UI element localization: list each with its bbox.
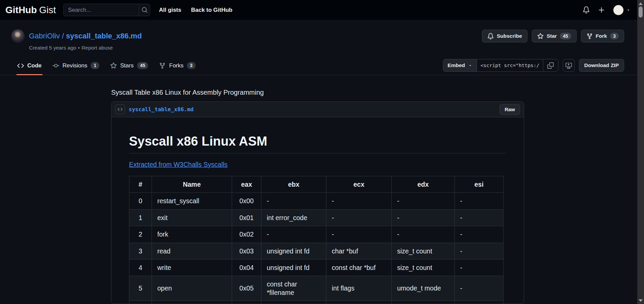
file-name-link[interactable]: syscall_table_x86.md [129, 106, 194, 113]
top-nav: GitHub Gist All gists Back to GitHub [0, 0, 644, 20]
search-input[interactable] [64, 4, 139, 16]
table-cell: - [326, 226, 392, 243]
avatar[interactable] [613, 5, 623, 15]
table-cell: int flags [326, 276, 392, 301]
star-icon [537, 33, 544, 39]
table-cell: 0x03 [232, 243, 261, 259]
star-button[interactable]: Star45 [532, 30, 577, 42]
commit-icon [53, 62, 59, 69]
table-cell: - [261, 226, 326, 243]
gist-meta: Created 5 years ago•Report abuse [29, 45, 142, 51]
nav-link-all-gists[interactable]: All gists [159, 7, 181, 13]
nav-links: All gists Back to GitHub [159, 7, 232, 13]
search-icon [141, 7, 148, 13]
table-cell: exit [152, 209, 232, 226]
bell-icon [487, 33, 494, 39]
column-header: ecx [326, 176, 392, 193]
tab-count: 3 [187, 62, 196, 69]
tab-forks[interactable]: Forks3 [158, 59, 196, 75]
create-new-button[interactable] [598, 6, 605, 14]
table-cell: write [152, 259, 232, 276]
scrollbar-up-arrow[interactable] [639, 2, 643, 5]
table-cell: const char *buf [326, 259, 392, 276]
search-button[interactable] [139, 4, 150, 16]
table-cell: read [152, 243, 232, 259]
fork-icon [586, 33, 593, 39]
table-cell: size_t count [392, 259, 455, 276]
w3challs-link[interactable]: Extracted from W3Challs Syscalls [129, 161, 228, 168]
copy-icon [547, 62, 554, 69]
notifications-button[interactable] [583, 6, 590, 13]
raw-button[interactable]: Raw [500, 104, 520, 115]
tab-label: Revisions [63, 62, 88, 69]
table-cell: unsigned int fd [261, 259, 326, 276]
nav-link-back-to-github[interactable]: Back to GitHub [191, 7, 232, 13]
toolbar-controls: Embed Download ZIP [443, 59, 624, 75]
report-abuse-link[interactable]: Report abuse [82, 45, 113, 51]
download-zip-button[interactable]: Download ZIP [579, 59, 624, 72]
tab-label: Forks [169, 62, 184, 69]
table-cell: 0x02 [232, 226, 261, 243]
table-cell [326, 301, 392, 304]
gist-author-link[interactable]: GabriOliv [29, 32, 60, 40]
table-cell: 0x00 [232, 193, 261, 209]
tab-count: 45 [137, 62, 149, 69]
plus-icon [598, 6, 605, 14]
action-count: 45 [560, 33, 571, 40]
tab-count: 1 [91, 62, 99, 69]
column-header: ebx [261, 176, 326, 193]
tab-revisions[interactable]: Revisions1 [52, 59, 100, 75]
table-header-row: #Nameeaxebxecxedxesi [129, 176, 504, 193]
table-cell: - [455, 209, 504, 226]
table-cell: 2 [129, 226, 152, 243]
markdown-heading: Syscall x86 Linux ASM [129, 134, 506, 153]
embed-label: Embed [448, 62, 465, 68]
action-count: 3 [610, 33, 619, 40]
open-in-desktop-button[interactable] [563, 59, 575, 72]
table-cell: - [326, 209, 392, 226]
gist-content: Syscall Table x86 Linux for Assembly Pro… [111, 89, 524, 304]
github-gist-logo[interactable]: GitHub Gist [5, 5, 56, 16]
fork-icon [159, 62, 166, 69]
file-header: syscall_table_x86.md Raw [111, 102, 524, 117]
code-icon [17, 62, 24, 69]
scrollbar-thumb[interactable] [639, 6, 643, 18]
table-cell: umode_t mode [392, 276, 455, 301]
table-cell: - [392, 209, 455, 226]
tab-bar: CodeRevisions1Stars45Forks3 Embed Downlo… [0, 59, 644, 75]
table-cell [392, 301, 455, 304]
gist-title: GabriOliv/syscall_table_x86.md [29, 32, 142, 40]
table-cell: 4 [129, 259, 152, 276]
logo-github-text: GitHub [5, 5, 37, 16]
tab-list: CodeRevisions1Stars45Forks3 [17, 59, 196, 75]
table-cell [455, 301, 504, 304]
search-box [63, 4, 150, 16]
subscribe-button[interactable]: Subscribe [482, 30, 527, 42]
table-cell [152, 301, 232, 304]
table-cell: fork [152, 226, 232, 243]
tab-code[interactable]: Code [17, 59, 42, 75]
tab-stars[interactable]: Stars45 [109, 59, 149, 75]
scrollbar-down-arrow[interactable] [639, 299, 643, 302]
table-cell: 5 [129, 276, 152, 301]
table-row-partial [129, 301, 504, 304]
table-cell: 0 [129, 193, 152, 209]
embed-url-input[interactable] [477, 59, 543, 71]
table-cell: 3 [129, 243, 152, 259]
table-cell: - [326, 193, 392, 209]
embed-dropdown-button[interactable]: Embed [443, 59, 477, 71]
table-cell: - [455, 193, 504, 209]
gist-filename-link[interactable]: syscall_table_x86.md [66, 32, 142, 40]
column-header: # [129, 176, 152, 193]
table-row: 2fork0x02---- [129, 226, 504, 243]
table-cell: const char *filename [261, 276, 326, 301]
table-cell: - [455, 276, 504, 301]
copy-button[interactable] [543, 59, 558, 71]
column-header: eax [232, 176, 261, 193]
fork-button[interactable]: Fork3 [581, 30, 624, 42]
vertical-scrollbar[interactable] [637, 0, 644, 304]
gist-author-avatar[interactable] [11, 29, 25, 43]
user-menu[interactable] [613, 5, 631, 15]
column-header: Name [152, 176, 232, 193]
column-header: edx [392, 176, 455, 193]
